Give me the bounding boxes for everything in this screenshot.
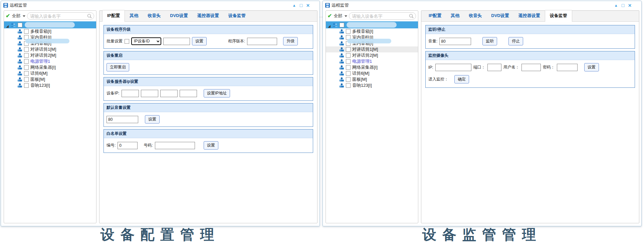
camera-set-button[interactable]: 设置 xyxy=(584,63,599,71)
tab-收音头[interactable]: 收音头 xyxy=(143,10,165,21)
chevron-down-icon[interactable] xyxy=(345,15,347,17)
item-checkbox[interactable] xyxy=(346,65,351,70)
close-icon[interactable]: ✕ xyxy=(306,3,310,8)
tree-item[interactable]: 网络采集器[I] xyxy=(326,64,418,70)
device-icon xyxy=(17,47,22,52)
tree-root-row[interactable] xyxy=(4,21,96,28)
camera-port-input[interactable] xyxy=(487,64,501,71)
ip-segment-3-input[interactable] xyxy=(160,90,178,97)
camera-password-input[interactable] xyxy=(557,64,578,71)
root-checkbox[interactable] xyxy=(340,23,344,27)
set-ip-button[interactable]: 设置IP地址 xyxy=(204,89,230,97)
item-checkbox[interactable] xyxy=(24,77,29,82)
stop-button[interactable]: 停止 xyxy=(508,37,523,45)
item-checkbox[interactable] xyxy=(346,83,351,88)
maximize-icon[interactable]: □ xyxy=(622,3,624,8)
search-input[interactable] xyxy=(27,12,94,20)
tree-item[interactable]: 面板[M] xyxy=(4,76,96,82)
tree-item[interactable]: 话筒6[M] xyxy=(4,70,96,76)
enter-monitor-ok-button[interactable]: 确定 xyxy=(454,75,469,83)
search-icon[interactable] xyxy=(87,13,92,20)
tab-IP配置[interactable]: IP配置 xyxy=(102,10,125,22)
whitelist-no-input[interactable] xyxy=(118,142,138,149)
ip-segment-2-input[interactable] xyxy=(141,90,158,97)
titlebar[interactable]: 远程监管 ▲ □ ✕ xyxy=(323,1,641,10)
search-icon[interactable] xyxy=(409,13,414,20)
item-checkbox[interactable] xyxy=(346,53,351,58)
tab-设备监管[interactable]: 设备监管 xyxy=(224,10,250,21)
tab-DVD设置[interactable]: DVD设置 xyxy=(165,10,192,21)
tab-其他[interactable]: 其他 xyxy=(125,10,143,21)
titlebar[interactable]: 远程监管 ▲ □ ✕ xyxy=(1,1,319,10)
tab-IP配置[interactable]: IP配置 xyxy=(424,10,446,21)
check-all-icon[interactable]: ✔ xyxy=(328,13,332,19)
tab-其他[interactable]: 其他 xyxy=(446,10,464,21)
filter-dropdown[interactable]: 全部 xyxy=(12,13,20,19)
reboot-now-button[interactable]: 立即重启 xyxy=(106,63,129,71)
device-id-select[interactable]: IP设备ID xyxy=(131,37,161,45)
tree-expander-icon[interactable] xyxy=(328,24,331,26)
search-input[interactable] xyxy=(349,12,416,20)
item-checkbox[interactable] xyxy=(346,47,351,52)
tree-item[interactable]: 对讲话筒2[M] xyxy=(4,52,96,58)
tree-item-label: 话筒6[M] xyxy=(30,70,47,76)
item-checkbox[interactable] xyxy=(24,83,29,88)
filter-dropdown[interactable]: 全部 xyxy=(334,13,342,19)
monitor-volume-input[interactable] xyxy=(439,38,471,45)
check-all-icon[interactable]: ✔ xyxy=(6,13,10,19)
tree-item[interactable]: 对讲话筒2[M] xyxy=(326,52,418,58)
ip-segment-1-input[interactable] xyxy=(122,90,139,97)
upgrade-value-input[interactable] xyxy=(163,38,190,45)
batch-set-checkbox[interactable] xyxy=(125,39,129,44)
item-checkbox[interactable] xyxy=(346,59,351,64)
whitelist-number-input[interactable] xyxy=(155,142,195,149)
tree-item[interactable]: 网络采集器[I] xyxy=(4,64,96,70)
maximize-icon[interactable]: □ xyxy=(300,3,302,8)
tree-item[interactable]: 音响123[I] xyxy=(326,82,418,88)
tree-item[interactable]: 音响123[I] xyxy=(4,82,96,88)
chevron-down-icon[interactable] xyxy=(23,15,25,17)
tree-item[interactable]: 话筒6[M] xyxy=(326,70,418,76)
collapse-icon[interactable]: ▲ xyxy=(292,4,296,7)
item-checkbox[interactable] xyxy=(24,59,29,64)
item-checkbox[interactable] xyxy=(346,77,351,82)
tree-toolbar: ✔ 全部 xyxy=(4,11,96,21)
tab-设备监管[interactable]: 设备监管 xyxy=(545,10,572,22)
tree-item[interactable]: 多模音箱[I] xyxy=(4,28,96,34)
tab-遥控器设置[interactable]: 遥控器设置 xyxy=(514,10,545,21)
tree-expander-icon[interactable] xyxy=(6,24,9,26)
camera-user-input[interactable] xyxy=(521,64,541,71)
item-checkbox[interactable] xyxy=(24,47,29,52)
root-checkbox[interactable] xyxy=(18,23,22,27)
tree-root-row[interactable] xyxy=(326,21,418,28)
caption-monitor-management: 设备监管管理 xyxy=(323,226,642,243)
device-icon xyxy=(17,53,22,58)
item-checkbox[interactable] xyxy=(346,29,351,34)
collapse-icon[interactable]: ▲ xyxy=(614,4,618,7)
item-checkbox[interactable] xyxy=(346,71,351,76)
tree-item[interactable]: 电源管理1 xyxy=(4,58,96,64)
tree-item[interactable]: 对讲话筒1[M] xyxy=(326,46,418,52)
volume-set-button[interactable]: 设置 xyxy=(145,115,160,124)
whitelist-set-button[interactable]: 设置 xyxy=(204,141,218,150)
default-volume-input[interactable] xyxy=(106,116,138,123)
item-checkbox[interactable] xyxy=(24,53,29,58)
listen-button[interactable]: 监听 xyxy=(482,37,497,45)
tab-DVD设置[interactable]: DVD设置 xyxy=(486,10,513,21)
upgrade-button[interactable]: 升级 xyxy=(283,37,298,45)
tree-item[interactable]: 对讲话筒1[M] xyxy=(4,46,96,52)
device-icon xyxy=(339,83,344,88)
item-checkbox[interactable] xyxy=(24,65,29,70)
tree-item[interactable]: 面板[M] xyxy=(326,76,418,82)
tree-item[interactable]: 多模音箱[I] xyxy=(326,28,418,34)
close-icon[interactable]: ✕ xyxy=(628,3,632,8)
tree-item[interactable]: 电源管理1 xyxy=(326,58,418,64)
tab-遥控器设置[interactable]: 遥控器设置 xyxy=(193,10,224,21)
ip-segment-4-input[interactable] xyxy=(180,90,197,97)
item-checkbox[interactable] xyxy=(24,29,29,34)
tab-收音头[interactable]: 收音头 xyxy=(464,10,486,21)
upgrade-set-button[interactable]: 设置 xyxy=(192,37,207,45)
item-checkbox[interactable] xyxy=(24,71,29,76)
camera-ip-input[interactable] xyxy=(435,64,471,71)
program-version-input[interactable] xyxy=(247,38,277,45)
